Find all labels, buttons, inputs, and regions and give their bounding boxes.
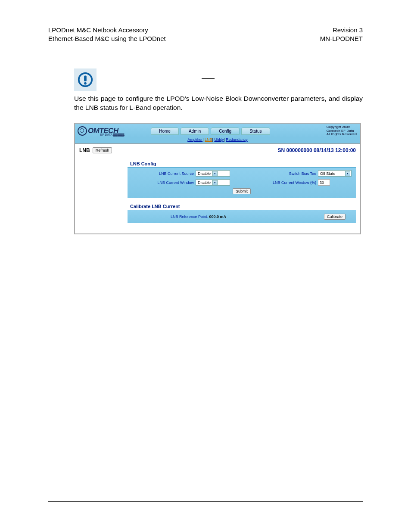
serial-number-line: SN 000000000 08/14/13 12:00:00 xyxy=(278,147,356,153)
tab-status[interactable]: Status xyxy=(241,128,270,135)
lnb-current-window-select[interactable]: Disable ▾ xyxy=(196,179,230,186)
svg-point-2 xyxy=(84,82,87,85)
footer-rule xyxy=(48,501,363,502)
subnav-lnb[interactable]: LNB xyxy=(205,137,212,142)
switch-bias-tee-select[interactable]: Off State ▾ xyxy=(318,170,352,177)
intro-paragraph: Use this page to configure the LPOD's Lo… xyxy=(74,94,363,112)
header-left-line2: Ethernet-Based M&C using the LPODnet xyxy=(48,34,166,43)
copyright-line3: All Rights Reserved xyxy=(327,133,357,137)
logo-subtext: EF DATA ▓▓▓▓▓. xyxy=(100,133,125,136)
subnav-amplifier[interactable]: Amplifier xyxy=(187,137,202,142)
tab-config[interactable]: Config xyxy=(211,128,240,135)
switch-bias-tee-label: Switch Bias Tee xyxy=(253,171,318,176)
header-left-line1: LPODnet M&C Netbook Accessory xyxy=(48,26,166,34)
header-right-line1: Revision 3 xyxy=(320,26,363,34)
lnb-current-source-label: LNB Current Source xyxy=(131,171,196,176)
sub-nav: Amplifier| LNB| Utility| Redundancy xyxy=(75,137,360,144)
subnav-utility[interactable]: Utility xyxy=(214,137,224,142)
submit-button[interactable]: Submit xyxy=(233,188,251,194)
chevron-down-icon: ▾ xyxy=(212,180,218,185)
lnb-current-window-pct-input[interactable] xyxy=(318,179,330,186)
panel-lnb-config-title: LNB Config xyxy=(128,160,356,168)
lnb-current-window-label: LNB Current Window xyxy=(131,180,196,185)
copyright-block: Copyright 2009 Comtech EF Data All Right… xyxy=(327,125,358,137)
notice-icon xyxy=(74,68,97,91)
document-header: LPODnet M&C Netbook Accessory Ethernet-B… xyxy=(0,0,411,43)
dash-icon xyxy=(202,78,215,79)
header-right-line2: MN-LPODNET xyxy=(320,34,363,43)
refresh-button[interactable]: Refresh xyxy=(93,147,112,153)
lnb-current-source-select[interactable]: Disable ▾ xyxy=(196,170,230,177)
lnb-current-window-pct-label: LNB Current Window (%) xyxy=(253,180,318,185)
chevron-down-icon: ▾ xyxy=(345,171,350,176)
svg-rect-1 xyxy=(84,76,87,81)
subnav-redundancy[interactable]: Redundancy xyxy=(226,137,248,142)
lnb-ref-point-value: 000.0 mA xyxy=(209,215,227,219)
panel-calibrate-title: Calibrate LNB Current xyxy=(128,203,356,210)
lnb-ref-point-label: LNB Reference Point: xyxy=(171,215,208,219)
tab-home[interactable]: Home xyxy=(151,128,179,135)
calibrate-button[interactable]: Calibrate xyxy=(324,214,346,220)
page-title: LNB xyxy=(79,147,90,153)
chevron-down-icon: ▾ xyxy=(212,171,218,176)
tab-admin[interactable]: Admin xyxy=(181,128,209,135)
brand-logo: OMTECH EF DATA ▓▓▓▓▓. xyxy=(78,126,125,136)
config-page-screenshot: OMTECH EF DATA ▓▓▓▓▓. Home Admin Config … xyxy=(74,123,361,234)
